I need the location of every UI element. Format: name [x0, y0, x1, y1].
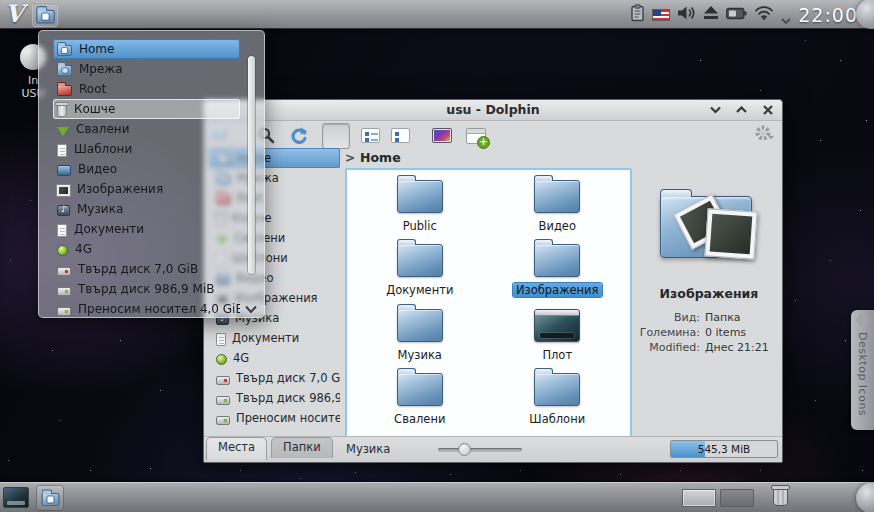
popup-item-templates[interactable]: Шаблони [53, 139, 240, 159]
panel-trash-icon[interactable] [773, 488, 788, 506]
popup-item-harddisk-7gib[interactable]: Твърд диск 7,0 GiB [53, 259, 240, 279]
popup-item-removable[interactable]: Преносим носител 4,0 GiB [53, 299, 240, 319]
sidebar-item-harddisk-7gib[interactable]: Твърд диск 7,0 GiB [209, 368, 340, 388]
popup-item-video[interactable]: Видео [53, 159, 240, 179]
titlebar[interactable]: usu - Dolphin [204, 100, 782, 121]
trash-icon [57, 105, 67, 117]
sidebar-item-harddisk-986mib[interactable]: Твърд диск 986,9 ... [209, 388, 340, 408]
popup-item-images[interactable]: Изображения [53, 179, 240, 199]
gear-icon [857, 314, 869, 326]
popup-item-downloads[interactable]: Свалени [53, 119, 240, 139]
wireless-network-icon[interactable] [754, 5, 774, 24]
distro-logo[interactable]: V [5, 0, 24, 28]
folder-icon [397, 373, 443, 406]
popup-item-music[interactable]: Музика [53, 199, 240, 219]
folder-item-templates[interactable]: Шаблони [489, 368, 627, 433]
minimize-button[interactable] [709, 103, 722, 116]
sidebar-item-4g[interactable]: 4G [209, 348, 340, 368]
popup-item-home[interactable]: Home [53, 39, 240, 59]
toolbar [204, 121, 782, 150]
reload-button[interactable] [284, 123, 312, 149]
places-popup: Home Мрежа Root Кошче Свалени Шаблони [38, 30, 265, 318]
compact-view-button[interactable] [356, 123, 384, 149]
popup-item-trash[interactable]: Кошче [53, 99, 240, 119]
network-folder-icon [57, 65, 72, 76]
close-button[interactable] [761, 103, 774, 116]
volume-icon[interactable] [677, 5, 696, 25]
folder-icon [534, 373, 580, 406]
plasma-toolbox-icon[interactable] [856, 483, 874, 512]
images-folder-preview-icon [654, 180, 764, 272]
popup-scrollbar[interactable] [248, 56, 255, 274]
popup-item-harddisk-986mib[interactable]: Твърд диск 986,9 MiB [53, 279, 240, 299]
compact-view-icon [361, 128, 380, 143]
breadcrumb-chevron-icon: > [345, 151, 355, 165]
popup-item-network[interactable]: Мрежа [53, 59, 240, 79]
statusbar: Места Папки Музика 545,3 MiB свободни [204, 436, 782, 462]
green-orb-drive-icon [57, 245, 68, 256]
keyboard-layout-us-flag-icon[interactable] [652, 9, 670, 21]
show-desktop-icon[interactable] [3, 487, 29, 508]
virtual-desktop-pager [682, 489, 754, 507]
zoom-slider-handle[interactable] [458, 443, 471, 456]
maximize-button[interactable] [735, 103, 748, 116]
folder-icon [397, 244, 443, 277]
tab-places[interactable]: Места [206, 437, 267, 460]
split-view-button[interactable] [462, 123, 490, 149]
folder-item-desktop[interactable]: Плот [489, 303, 627, 368]
removable-drive-icon [216, 416, 230, 425]
split-view-icon [466, 128, 486, 144]
info-title: Изображения [636, 286, 782, 301]
panel-home-folder-button[interactable] [32, 2, 58, 27]
folder-view-handle[interactable]: Desktop Icons [851, 310, 874, 430]
window-title: usu - Dolphin [204, 102, 782, 117]
scroll-down-chevron-icon[interactable] [245, 299, 257, 309]
document-icon [57, 224, 67, 237]
folder-item-video[interactable]: Видео [489, 174, 627, 239]
dolphin-window: usu - Dolphin [203, 99, 783, 463]
breadcrumb-home[interactable]: Home [360, 150, 401, 165]
popup-item-root[interactable]: Root [53, 79, 240, 99]
popup-item-documents[interactable]: Документи [53, 219, 240, 239]
folder-item-public[interactable]: Public [351, 174, 489, 239]
battery-icon[interactable] [726, 5, 747, 24]
top-panel: V [0, 0, 874, 29]
image-icon [57, 185, 70, 196]
settings-menu-button[interactable] [754, 123, 774, 143]
icons-view-button[interactable] [322, 123, 350, 149]
document-icon [57, 144, 67, 157]
taskbar-dolphin-button[interactable] [36, 485, 64, 511]
preview-button[interactable] [428, 123, 456, 149]
folder-item-images-selected[interactable]: Изображения [489, 239, 627, 304]
virtual-desktop-1[interactable] [682, 489, 716, 507]
virtual-desktop-2[interactable] [720, 489, 754, 507]
harddisk-icon [57, 287, 71, 296]
folder-item-downloads[interactable]: Свалени [351, 368, 489, 433]
plasma-toolbox-icon[interactable] [856, 0, 874, 29]
details-view-button[interactable] [386, 123, 414, 149]
sidebar-item-removable[interactable]: Преносим носител ... [209, 408, 340, 428]
breadcrumb[interactable]: > Home [345, 150, 401, 165]
folder-item-documents[interactable]: Документи [351, 239, 489, 304]
photo-polaroid-icon [704, 208, 757, 259]
folder-item-music[interactable]: Музика [351, 303, 489, 368]
property-row: Modified: Днес 21:21 [636, 341, 782, 354]
clipboard-icon[interactable] [630, 4, 645, 26]
system-tray: 22:00 [630, 0, 858, 29]
sidebar-item-documents[interactable]: Документи [209, 328, 340, 348]
reload-icon [289, 127, 308, 145]
zoom-slider[interactable] [438, 448, 522, 452]
popup-item-4g[interactable]: 4G [53, 239, 240, 259]
property-row: Вид: Папка [636, 311, 782, 324]
panel-clock[interactable]: 22:00 [798, 4, 858, 26]
video-icon [57, 165, 71, 176]
home-folder-icon [57, 45, 72, 56]
eject-icon[interactable] [703, 5, 719, 24]
folder-view[interactable]: Public Видео Документи Изображения Музик… [345, 168, 632, 438]
preview-image-icon [432, 128, 452, 143]
root-folder-icon [57, 85, 72, 96]
desktop: In USU usu - Dolphin [0, 0, 874, 512]
home-folder-icon [36, 9, 55, 23]
tab-folders[interactable]: Папки [271, 437, 333, 458]
tray-expand-chevron-icon[interactable] [781, 10, 791, 20]
